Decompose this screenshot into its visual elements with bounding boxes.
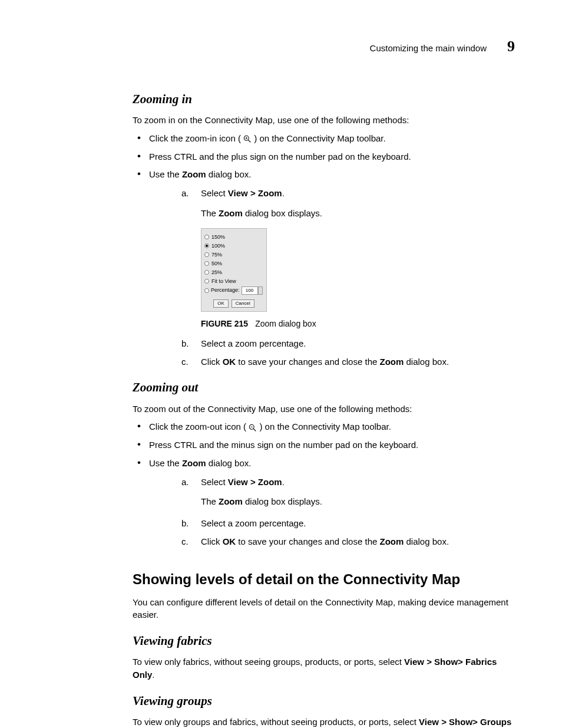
text: Click the zoom-out icon ( <box>149 421 246 431</box>
zoom-dialog-box: 150% 100% 75% 50% 25% Fit to View Percen… <box>201 228 267 312</box>
text: . <box>282 477 285 487</box>
option-label: Fit to View <box>211 278 236 285</box>
option-label: 100% <box>211 242 225 250</box>
text: . <box>152 670 154 680</box>
option-label: 75% <box>211 251 222 259</box>
zoom-out-icon <box>249 424 257 432</box>
radio-icon <box>204 288 209 293</box>
text: To view only groups and fabrics, without… <box>133 717 419 727</box>
heading-levels: Showing levels of detail on the Connecti… <box>133 569 515 590</box>
heading-groups: Viewing groups <box>133 692 515 710</box>
zoom-option[interactable]: Fit to View <box>204 278 263 285</box>
bold-text: Zoom <box>182 169 206 179</box>
radio-icon <box>204 270 209 275</box>
step-marker: c. <box>181 355 192 368</box>
text: ) on the Connectivity Map toolbar. <box>259 421 391 431</box>
heading-fabrics: Viewing fabrics <box>133 632 515 650</box>
text: . <box>282 188 285 198</box>
text: Click <box>201 357 223 367</box>
step-text: Click OK to save your changes and close … <box>201 535 449 548</box>
sub-steps: a. Select View > Zoom. The Zoom dialog b… <box>149 476 515 548</box>
step-marker: b. <box>181 337 192 350</box>
text: dialog box. <box>404 357 449 367</box>
step-text: Select View > Zoom. The Zoom dialog box … <box>201 476 322 512</box>
radio-icon <box>204 279 209 284</box>
bold-text: Zoom <box>219 208 243 218</box>
figure-caption-text: Zoom dialog box <box>255 319 316 328</box>
percentage-label: Percentage: <box>211 286 240 294</box>
radio-icon <box>204 243 209 248</box>
text: Click the zoom-in icon ( <box>149 133 241 143</box>
option-label: 150% <box>211 233 225 241</box>
para-groups: To view only groups and fabrics, without… <box>133 716 515 728</box>
figure-caption: FIGURE 215Zoom dialog box <box>201 318 322 330</box>
bullet-list-zoom-in: Click the zoom-in icon ( ) on the Connec… <box>133 132 515 368</box>
bold-text: Zoom <box>219 496 243 506</box>
text: dialog box displays. <box>243 208 322 218</box>
para-levels-intro: You can configure different levels of de… <box>133 596 515 622</box>
bold-text: OK <box>223 357 236 367</box>
para-zoom-in-intro: To zoom in on the Connectivity Map, use … <box>133 114 515 127</box>
text: Use the <box>149 458 182 468</box>
bold-text: Zoom <box>380 357 404 367</box>
text: Click <box>201 536 223 546</box>
bold-text: OK <box>223 536 236 546</box>
option-label: 25% <box>211 269 222 276</box>
heading-zooming-in: Zooming in <box>133 90 515 108</box>
bold-text: View > Zoom <box>228 188 282 198</box>
zoom-option-percentage[interactable]: Percentage: 100 <box>204 286 263 295</box>
bullet-item: Press CTRL and the minus sign on the num… <box>133 439 515 452</box>
text: ) on the Connectivity Map toolbar. <box>254 133 385 143</box>
sub-steps: a. Select View > Zoom. The Zoom dialog b… <box>149 187 515 368</box>
para-zoom-out-intro: To zoom out of the Connectivity Map, use… <box>133 403 515 416</box>
step-text: Select a zoom percentage. <box>201 337 306 350</box>
cancel-button[interactable]: Cancel <box>232 299 254 308</box>
text: Press CTRL and the minus sign on the num… <box>149 440 418 450</box>
bullet-item: Use the Zoom dialog box. a. Select View … <box>133 168 515 368</box>
radio-icon <box>204 261 209 266</box>
bold-text: View > Zoom <box>228 477 282 487</box>
step-marker: a. <box>181 476 192 512</box>
svg-line-1 <box>248 140 250 142</box>
heading-zooming-out: Zooming out <box>133 378 515 396</box>
radio-icon <box>204 252 209 257</box>
option-label: 50% <box>211 260 222 268</box>
step-marker: a. <box>181 187 192 332</box>
figure-number: FIGURE 215 <box>201 319 248 328</box>
percentage-spinner[interactable]: 100 <box>242 286 258 295</box>
figure-zoom-dialog: 150% 100% 75% 50% 25% Fit to View Percen… <box>201 228 322 330</box>
zoom-option[interactable]: 75% <box>204 251 263 259</box>
zoom-option[interactable]: 25% <box>204 269 263 276</box>
bullet-item: Press CTRL and the plus sign on the numb… <box>133 150 515 163</box>
step-text: Select View > Zoom. The Zoom dialog box … <box>201 187 322 332</box>
text: dialog box. <box>206 458 252 468</box>
ok-button[interactable]: OK <box>213 299 229 308</box>
svg-line-5 <box>254 429 256 431</box>
text: to save your changes and close the <box>236 536 379 546</box>
step-marker: b. <box>181 517 192 530</box>
text: The <box>201 496 219 506</box>
bold-text: Zoom <box>182 458 206 468</box>
bullet-item: Use the Zoom dialog box. a. Select View … <box>133 457 515 548</box>
zoom-option[interactable]: 50% <box>204 260 263 268</box>
chapter-number: 9 <box>507 35 515 58</box>
step-result: The Zoom dialog box displays. <box>201 495 322 508</box>
zoom-option[interactable]: 150% <box>204 233 263 241</box>
text: dialog box displays. <box>243 496 322 506</box>
bold-text: Zoom <box>380 536 404 546</box>
zoom-in-icon <box>243 135 252 143</box>
step-result: The Zoom dialog box displays. <box>201 207 322 220</box>
text: dialog box. <box>404 536 449 546</box>
text: The <box>201 208 219 218</box>
running-header: Customizing the main window 9 <box>65 35 515 58</box>
step-text: Select a zoom percentage. <box>201 517 306 530</box>
text: dialog box. <box>206 169 252 179</box>
bullet-item: Click the zoom-out icon ( ) on the Conne… <box>133 420 515 433</box>
zoom-option[interactable]: 100% <box>204 242 263 250</box>
bullet-list-zoom-out: Click the zoom-out icon ( ) on the Conne… <box>133 420 515 548</box>
step-marker: c. <box>181 535 192 548</box>
text: Select <box>201 477 228 487</box>
text: To view only fabrics, without seeing gro… <box>133 657 404 667</box>
bullet-item: Click the zoom-in icon ( ) on the Connec… <box>133 132 515 145</box>
para-fabrics: To view only fabrics, without seeing gro… <box>133 655 515 681</box>
